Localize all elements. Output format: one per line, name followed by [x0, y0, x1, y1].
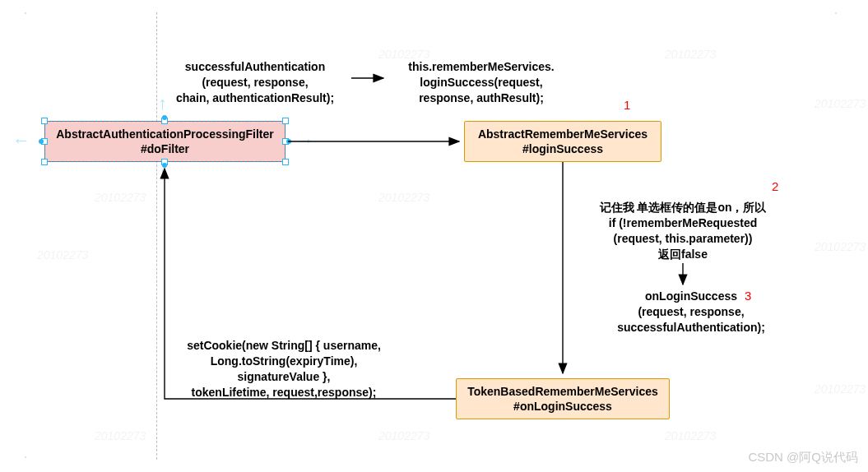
text-line: response, authResult);: [395, 90, 568, 106]
selection-handle[interactable]: [282, 159, 289, 165]
text-line: this.rememberMeServices.: [395, 59, 568, 75]
text-line: loginSuccess(request,: [395, 75, 568, 90]
label-onlogin: onLoginSuccess (request, response, succe…: [605, 289, 777, 335]
text-line: 记住我 单选框传的值是on，所以: [576, 200, 790, 215]
watermark: 20102273: [665, 48, 716, 61]
text-line: (request, response,: [165, 75, 346, 90]
direction-hint-left[interactable]: ←: [12, 132, 30, 150]
label-remember-call: this.rememberMeServices. loginSuccess(re…: [395, 59, 568, 106]
grid-dot: [835, 12, 837, 14]
text-line: signatureValue },: [169, 369, 399, 385]
watermark: 20102273: [95, 191, 146, 204]
node-title: TokenBasedRememberMeServices: [467, 384, 658, 399]
text-line: Long.toString(expiryTime),: [169, 354, 399, 369]
label-successful-auth: successfulAuthentication (request, respo…: [165, 59, 346, 106]
watermark: 20102273: [665, 429, 716, 442]
text-line: (request, this.parameter)): [576, 231, 790, 247]
text-line: if (!rememberMeRequested: [576, 215, 790, 231]
direction-hint-right[interactable]: →: [296, 132, 314, 150]
text-line: successfulAuthentication);: [605, 320, 777, 335]
watermark: 20102273: [815, 382, 866, 396]
text-line: tokenLifetime, request,response);: [169, 385, 399, 400]
guide-line-vertical: [156, 12, 157, 460]
watermark: 20102273: [815, 97, 866, 110]
selection-handle[interactable]: [41, 118, 48, 124]
node-subtitle: #loginSuccess: [522, 141, 603, 156]
direction-hint-down[interactable]: ↓: [158, 164, 167, 183]
text-line: setCookie(new String[] { username,: [169, 338, 399, 354]
credit-text: CSDN @阿Q说代码: [748, 450, 858, 465]
badge-3: 3: [745, 289, 751, 303]
node-title: AbstractAuthenticationProcessingFilter: [56, 127, 274, 141]
badge-1: 1: [624, 98, 630, 112]
connection-point[interactable]: [39, 139, 44, 144]
grid-dot: [25, 456, 26, 458]
watermark: 20102273: [378, 429, 429, 442]
text-line: (request, response,: [605, 304, 777, 320]
watermark: 20102273: [37, 248, 88, 261]
node-token-remember-me[interactable]: TokenBasedRememberMeServices #onLoginSuc…: [456, 378, 670, 419]
grid-dot: [25, 12, 26, 14]
text-line: chain, authenticationResult);: [165, 90, 346, 106]
connection-point[interactable]: [162, 115, 167, 120]
node-subtitle: #onLoginSuccess: [513, 399, 612, 414]
text-line: onLoginSuccess: [605, 289, 777, 304]
connection-point[interactable]: [286, 139, 291, 144]
diagram-canvas[interactable]: 20102273 20102273 20102273 20102273 2010…: [0, 0, 868, 472]
watermark: 20102273: [378, 191, 429, 204]
badge-2: 2: [772, 179, 778, 193]
watermark: 20102273: [815, 240, 866, 253]
text-line: 返回false: [576, 247, 790, 262]
node-title: AbstractRememberMeServices: [478, 127, 648, 141]
text-line: successfulAuthentication: [165, 59, 346, 75]
watermark: 20102273: [95, 429, 146, 442]
label-setcookie: setCookie(new String[] { username, Long.…: [169, 338, 399, 400]
node-abstract-remember-me[interactable]: AbstractRememberMeServices #loginSuccess: [464, 121, 661, 162]
selection-handle[interactable]: [282, 118, 289, 124]
selection-handle[interactable]: [41, 159, 48, 165]
label-if-block: 记住我 单选框传的值是on，所以 if (!rememberMeRequeste…: [576, 200, 790, 262]
node-abstract-auth-filter[interactable]: AbstractAuthenticationProcessingFilter #…: [44, 121, 285, 162]
node-subtitle: #doFilter: [141, 141, 189, 156]
